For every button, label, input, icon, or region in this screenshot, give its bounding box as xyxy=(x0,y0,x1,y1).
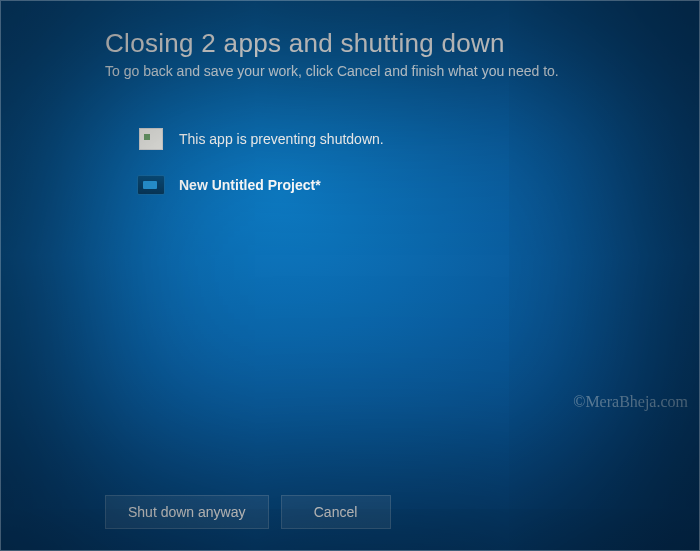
shutdown-dialog-content: Closing 2 apps and shutting down To go b… xyxy=(105,28,660,219)
app-row: This app is preventing shutdown. xyxy=(137,127,660,151)
video-editor-icon xyxy=(137,173,165,197)
page-title: Closing 2 apps and shutting down xyxy=(105,28,660,59)
app-row: New Untitled Project* xyxy=(137,173,660,197)
app-label: This app is preventing shutdown. xyxy=(179,131,384,147)
shutdown-anyway-button[interactable]: Shut down anyway xyxy=(105,495,269,529)
button-bar: Shut down anyway Cancel xyxy=(105,495,391,529)
page-subtitle: To go back and save your work, click Can… xyxy=(105,63,660,79)
blocking-apps-list: This app is preventing shutdown. New Unt… xyxy=(137,127,660,197)
watermark-text: ©MeraBheja.com xyxy=(573,393,688,411)
cancel-button[interactable]: Cancel xyxy=(281,495,391,529)
app-label: New Untitled Project* xyxy=(179,177,321,193)
generic-app-icon xyxy=(137,127,165,151)
